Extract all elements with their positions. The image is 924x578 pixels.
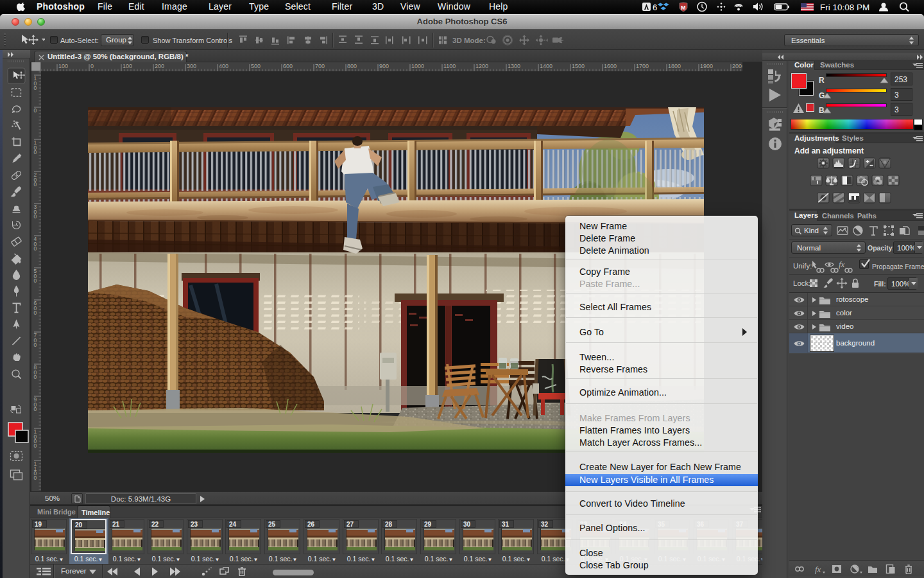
svg-text:1200: 1200 [475, 63, 488, 69]
svg-text:400: 400 [219, 63, 228, 69]
svg-text:1400: 1400 [540, 63, 552, 69]
svg-text:0: 0 [34, 475, 37, 481]
svg-text:0: 0 [34, 310, 37, 316]
svg-text:1500: 1500 [572, 63, 585, 69]
svg-text:fx: fx [815, 565, 821, 574]
svg-text:0: 0 [34, 374, 37, 380]
svg-text:900: 900 [379, 63, 389, 69]
svg-text:0: 0 [90, 63, 94, 69]
svg-text:fx: fx [839, 259, 845, 269]
svg-text:3D Mode:: 3D Mode: [452, 37, 486, 44]
svg-text:2000: 2000 [732, 63, 742, 69]
svg-text:300: 300 [187, 63, 196, 69]
svg-text:700: 700 [315, 63, 325, 69]
svg-text:0: 0 [34, 442, 37, 449]
svg-text:1600: 1600 [604, 63, 617, 69]
svg-text:0: 0 [34, 181, 37, 188]
svg-text:0: 0 [34, 149, 37, 155]
svg-text:0: 0 [34, 85, 37, 91]
svg-text:1100: 1100 [443, 63, 456, 69]
svg-text:0: 0 [34, 342, 37, 348]
svg-text:500: 500 [251, 63, 261, 69]
svg-text:100: 100 [58, 63, 68, 69]
svg-text:0: 0 [34, 107, 37, 114]
svg-text:1000: 1000 [411, 63, 424, 69]
svg-text:800: 800 [347, 63, 357, 69]
svg-text:1300: 1300 [508, 63, 520, 69]
svg-text:1900: 1900 [700, 63, 713, 69]
svg-text:6: 6 [653, 3, 657, 12]
svg-text:200: 200 [155, 63, 164, 69]
svg-text:M: M [681, 4, 686, 11]
svg-text:0: 0 [34, 213, 37, 220]
svg-text:0: 0 [34, 406, 37, 412]
svg-text:1700: 1700 [636, 63, 649, 69]
svg-text:100: 100 [123, 63, 132, 69]
svg-text:1800: 1800 [668, 63, 681, 69]
svg-text:0: 0 [34, 277, 37, 284]
svg-text:600: 600 [283, 63, 293, 69]
svg-text:0: 0 [34, 245, 37, 252]
svg-text:Fri 10:08 PM: Fri 10:08 PM [820, 3, 869, 12]
